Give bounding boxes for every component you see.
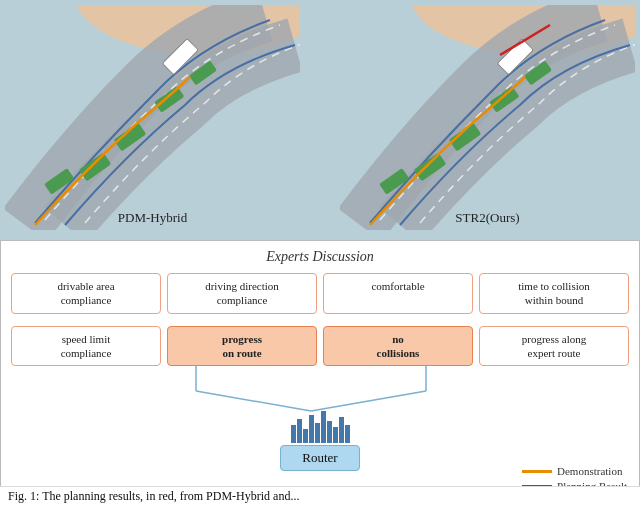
left-map-panel: PDM-Hybrid <box>5 5 300 230</box>
expert-speed-limit: speed limitcompliance <box>11 326 161 367</box>
router-container: Router <box>280 411 360 471</box>
figure-caption: Fig. 1: The planning results, in red, fr… <box>0 486 640 506</box>
left-map-label: PDM-Hybrid <box>5 210 300 226</box>
router-label: Router <box>280 445 360 471</box>
experts-row1: drivable areacompliance driving directio… <box>11 273 629 320</box>
expert-progress-on-route: progresson route <box>167 326 317 367</box>
legend-demonstration: Demonstration <box>522 465 627 477</box>
svg-line-17 <box>196 391 311 411</box>
right-map-panel: STR2(Ours) <box>340 5 635 230</box>
demonstration-line-icon <box>522 470 552 473</box>
expert-time-to-collision: time to collisionwithin bound <box>479 273 629 314</box>
expert-drivable-area: drivable areacompliance <box>11 273 161 314</box>
demonstration-label: Demonstration <box>557 465 622 477</box>
expert-no-collisions: nocollisions <box>323 326 473 367</box>
expert-driving-direction: driving directioncompliance <box>167 273 317 314</box>
right-map-label: STR2(Ours) <box>340 210 635 226</box>
skyline-icon <box>291 411 350 443</box>
expert-progress-along: progress alongexpert route <box>479 326 629 367</box>
experts-row2: speed limitcompliance progresson route n… <box>11 326 629 367</box>
expert-comfortable: comfortable <box>323 273 473 314</box>
experts-section: Experts Discussion drivable areacomplian… <box>0 240 640 506</box>
experts-title: Experts Discussion <box>11 249 629 265</box>
map-section: PDM-Hybrid <box>0 0 640 240</box>
svg-line-19 <box>311 391 426 411</box>
